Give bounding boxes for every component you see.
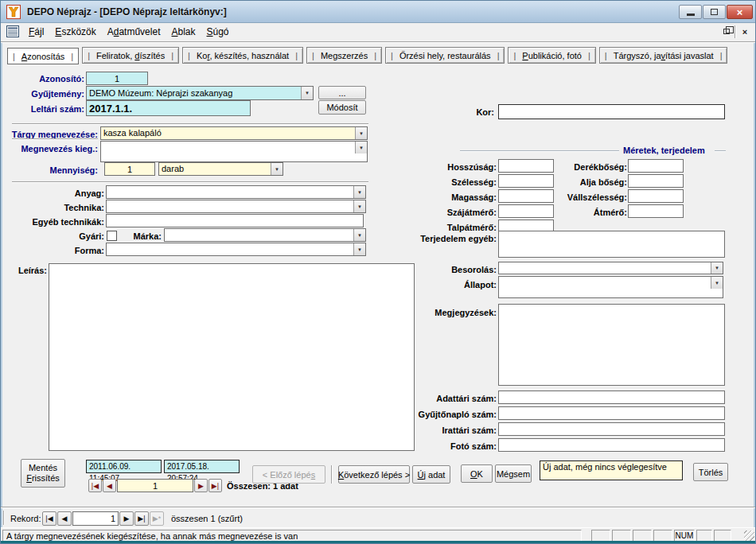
atmero-input[interactable]	[628, 204, 684, 218]
irattari-szam-input[interactable]	[498, 422, 725, 436]
recordbar-grip[interactable]	[3, 511, 5, 525]
allapot-combobox[interactable]: ▼	[498, 276, 723, 298]
record-next-button[interactable]: ▶	[119, 511, 134, 526]
allapot-dropdown-icon[interactable]: ▼	[711, 277, 723, 289]
megsem-button[interactable]: Mégsem	[495, 464, 532, 483]
tab-kor-keszites-hasznalat[interactable]: |Kor, készítés, használat|	[182, 47, 303, 64]
menu-tools[interactable]: Eszközök	[49, 23, 101, 41]
gyujtemeny-browse-button[interactable]: ...	[318, 86, 366, 99]
record-prev-button[interactable]: ◀	[57, 511, 72, 526]
nav-first-button[interactable]: |◀	[88, 479, 102, 492]
nav-prev-button[interactable]: ◀	[103, 479, 116, 492]
technika-dropdown-icon[interactable]: ▼	[353, 200, 365, 212]
child-restore-button[interactable]	[719, 25, 734, 38]
anyag-label: Anyag:	[9, 187, 104, 200]
tab-azonositas[interactable]: |Azonosítás|	[7, 48, 79, 64]
record-new-button[interactable]: ▶*	[150, 511, 164, 526]
step-divider	[331, 465, 333, 484]
nav-last-button[interactable]: ▶|	[208, 479, 222, 492]
gyujtonaplo-szam-label: Gyűjtőnapló szám:	[397, 408, 497, 422]
mennyiseg-input[interactable]	[104, 162, 155, 176]
menu-data-operation[interactable]: Adatművelet	[102, 23, 166, 41]
alja-boseg-label: Alja bőség:	[551, 176, 627, 189]
leiras-textarea[interactable]	[49, 263, 415, 451]
megnevezes-kieg-combobox[interactable]: ▼	[100, 141, 368, 162]
azonosito-input[interactable]	[86, 72, 148, 85]
tab-publikacio-foto[interactable]: |Publikáció, fotó|	[508, 47, 595, 64]
resize-grip[interactable]	[744, 530, 754, 541]
hosszusag-label: Hosszúság:	[421, 161, 497, 174]
mentes-frissites-button[interactable]: Mentés Frissítés	[21, 459, 65, 488]
vallszelesseg-input[interactable]	[628, 189, 684, 203]
close-button[interactable]: ×	[727, 5, 753, 19]
child-restore-icon	[723, 29, 730, 34]
ok-button[interactable]: OK	[461, 464, 493, 483]
szelesseg-input[interactable]	[498, 174, 554, 188]
leltari-szam-label: Leltári szám:	[9, 103, 84, 116]
close-icon: ×	[737, 6, 743, 18]
mennyiseg-unit-dropdown-icon[interactable]: ▼	[271, 163, 283, 175]
torles-button[interactable]: Törlés	[693, 463, 728, 481]
targy-megnevezese-dropdown-icon[interactable]: ▼	[355, 127, 367, 139]
modosit-button[interactable]: Módosít	[318, 100, 366, 115]
elozo-lepes-button[interactable]: < Előző lépés	[252, 465, 325, 484]
besorolas-combobox[interactable]: ▼	[498, 262, 723, 274]
forma-label: Forma:	[9, 244, 104, 258]
magassag-input[interactable]	[498, 189, 554, 203]
marka-combobox[interactable]: ▼	[164, 228, 366, 242]
gyujtonaplo-szam-input[interactable]	[498, 406, 725, 420]
megnevezes-kieg-dropdown-icon[interactable]: ▼	[355, 142, 367, 153]
foto-szam-input[interactable]	[498, 438, 725, 452]
kor-input[interactable]	[498, 104, 725, 119]
nav-position-input[interactable]	[117, 479, 193, 492]
menu-help[interactable]: Súgó	[201, 23, 235, 41]
terjedelem-egyeb-textarea[interactable]	[498, 231, 725, 258]
marka-dropdown-icon[interactable]: ▼	[353, 229, 365, 241]
anyag-value	[107, 186, 353, 198]
megjegyzesek-label: Megjegyzések:	[397, 306, 497, 320]
child-close-button[interactable]: ×	[738, 25, 752, 38]
magassag-label: Magasság:	[421, 191, 497, 204]
anyag-combobox[interactable]: ▼	[106, 185, 366, 199]
title-bar: DEPO Néprajz - [DEPO Néprajz leltárkönyv…	[1, 1, 756, 23]
egyeb-technikak-input[interactable]	[106, 214, 364, 227]
menubar-separator	[1, 41, 756, 43]
restore-icon	[711, 9, 718, 15]
leltari-szam-input[interactable]	[86, 100, 251, 116]
restore-button[interactable]	[703, 5, 726, 19]
nav-next-button[interactable]: ▶	[194, 479, 208, 492]
minimize-button[interactable]	[679, 5, 702, 19]
adattari-szam-label: Adattári szám:	[397, 392, 497, 406]
derekboseg-input[interactable]	[628, 159, 684, 173]
alja-boseg-input[interactable]	[628, 174, 684, 188]
gyujtemeny-dropdown-icon[interactable]: ▼	[301, 87, 313, 99]
kovetkezo-lepes-button[interactable]: Következő lépés >	[338, 465, 410, 484]
record-first-button[interactable]: |◀	[42, 511, 57, 526]
child-window-icon[interactable]	[6, 25, 21, 38]
menu-window[interactable]: Ablak	[166, 23, 201, 41]
mennyiseg-unit-combobox[interactable]: darab ▼	[158, 162, 283, 176]
adattari-szam-input[interactable]	[498, 391, 725, 404]
hosszusag-input[interactable]	[498, 159, 554, 173]
created-timestamp: 2011.06.09. 11:45:07	[86, 460, 162, 473]
megjegyzesek-textarea[interactable]	[498, 304, 725, 386]
forma-combobox[interactable]: ▼	[106, 243, 366, 256]
menu-file[interactable]: Fájl	[23, 23, 49, 41]
record-last-button[interactable]: ▶|	[134, 511, 149, 526]
tab-feliratok-diszites[interactable]: |Feliratok, díszítés|	[82, 47, 179, 64]
menu-divider	[735, 25, 736, 38]
record-position-input[interactable]	[72, 511, 119, 526]
anyag-dropdown-icon[interactable]: ▼	[353, 186, 365, 198]
tab-orzesi-hely-restauralas[interactable]: |Őrzési hely, restaurálás|	[385, 47, 505, 64]
besorolas-dropdown-icon[interactable]: ▼	[711, 262, 723, 274]
gyari-checkbox[interactable]	[107, 231, 117, 241]
forma-dropdown-icon[interactable]: ▼	[353, 243, 365, 255]
gyujtemeny-label: Gyűjtemény:	[9, 87, 84, 101]
szajatmero-input[interactable]	[498, 204, 554, 218]
tab-targyszo-javitasi-javaslat[interactable]: |Tárgyszó, javítási javaslat|	[599, 47, 728, 64]
tab-megszerzes[interactable]: |Megszerzés|	[306, 47, 382, 64]
technika-combobox[interactable]: ▼	[106, 200, 366, 213]
targy-megnevezese-combobox[interactable]: kasza kalapáló ▼	[100, 126, 368, 140]
gyujtemeny-combobox[interactable]: DEMO Múzeum: Néprajzi szakanyag ▼	[86, 86, 314, 100]
uj-adat-button[interactable]: Új adat	[412, 465, 450, 484]
